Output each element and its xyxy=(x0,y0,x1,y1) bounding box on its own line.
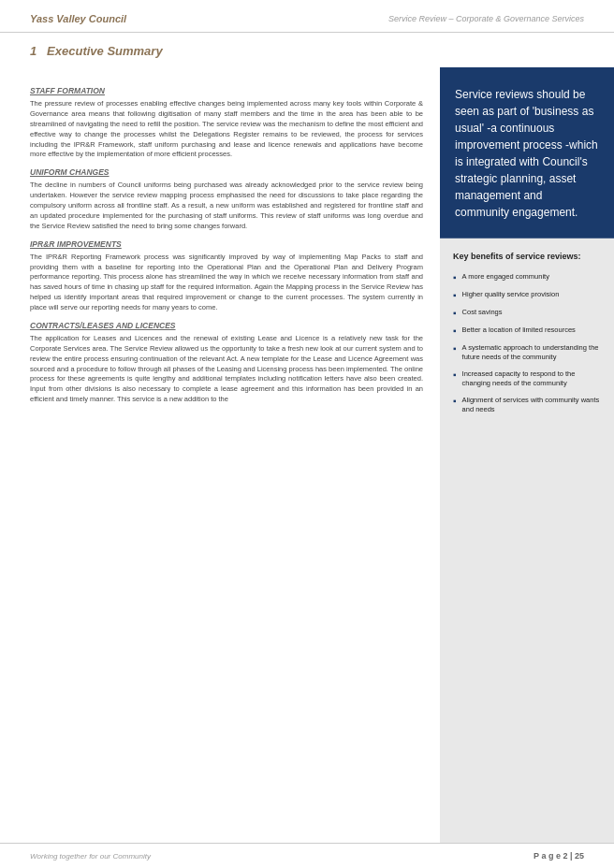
benefit-text: Better a location of limited resources xyxy=(462,326,576,335)
benefit-bullet-icon: ▪ xyxy=(453,308,457,318)
benefit-item: ▪A more engaged community xyxy=(453,272,601,282)
section-title: Executive Summary xyxy=(47,44,163,58)
section-heading: 1 Executive Summary xyxy=(30,44,584,58)
left-column: STAFF FORMATION The pressure review of p… xyxy=(0,67,440,843)
benefit-item: ▪Cost savings xyxy=(453,308,601,318)
page-number: P a g e 2 | 25 xyxy=(534,851,584,861)
section-number: 1 xyxy=(30,44,37,58)
page-header: Yass Valley Council Service Review – Cor… xyxy=(0,0,614,33)
benefit-item: ▪A systematic approach to understanding … xyxy=(453,343,601,362)
benefit-bullet-icon: ▪ xyxy=(453,272,457,282)
benefit-text: Cost savings xyxy=(462,308,503,317)
body-contracts: The application for Leases and Licences … xyxy=(30,334,423,405)
main-content: STAFF FORMATION The pressure review of p… xyxy=(0,67,614,843)
benefit-item: ▪Increased capacity to respond to the ch… xyxy=(453,369,601,388)
subheading-ipr-improvements: IPR&R IMPROVEMENTS xyxy=(30,239,423,249)
right-sidebar: Service reviews should be seen as part o… xyxy=(440,67,614,843)
subheading-uniform-changes: UNIFORM CHANGES xyxy=(30,167,423,177)
benefit-bullet-icon: ▪ xyxy=(453,396,457,406)
body-ipr-improvements: The IPR&R Reporting Framework process wa… xyxy=(30,253,423,313)
sidebar-blue-box: Service reviews should be seen as part o… xyxy=(440,67,614,239)
subheading-contracts: CONTRACTS/LEASES AND LICENCES xyxy=(30,321,423,330)
body-staff-formation: The pressure review of processes enablin… xyxy=(30,99,423,160)
benefit-text: Higher quality service provision xyxy=(462,290,560,299)
benefit-bullet-icon: ▪ xyxy=(453,369,457,380)
footer-tagline: Working together for our Community xyxy=(30,852,151,861)
benefit-bullet-icon: ▪ xyxy=(453,326,457,336)
document-title: Service Review – Corporate & Governance … xyxy=(388,14,584,23)
council-name: Yass Valley Council xyxy=(30,13,126,24)
benefit-item: ▪Higher quality service provision xyxy=(453,290,601,300)
benefits-list: ▪A more engaged community▪Higher quality… xyxy=(453,272,601,415)
page-footer: Working together for our Community P a g… xyxy=(0,843,614,868)
sidebar-blue-text: Service reviews should be seen as part o… xyxy=(455,88,598,219)
benefits-section: Key benefits of service reviews: ▪A more… xyxy=(440,239,614,843)
benefit-text: Alignment of services with community wan… xyxy=(462,396,601,414)
subheading-staff-formation: STAFF FORMATION xyxy=(30,86,423,95)
benefit-bullet-icon: ▪ xyxy=(453,290,457,300)
body-uniform-changes: The decline in numbers of Council unifor… xyxy=(30,181,423,231)
benefit-item: ▪Better a location of limited resources xyxy=(453,326,601,336)
benefit-item: ▪Alignment of services with community wa… xyxy=(453,396,601,414)
benefit-text: A more engaged community xyxy=(462,272,549,282)
benefit-bullet-icon: ▪ xyxy=(453,343,457,354)
benefit-text: Increased capacity to respond to the cha… xyxy=(462,369,601,388)
benefit-text: A systematic approach to understanding t… xyxy=(462,343,601,362)
benefits-title: Key benefits of service reviews: xyxy=(453,252,601,263)
